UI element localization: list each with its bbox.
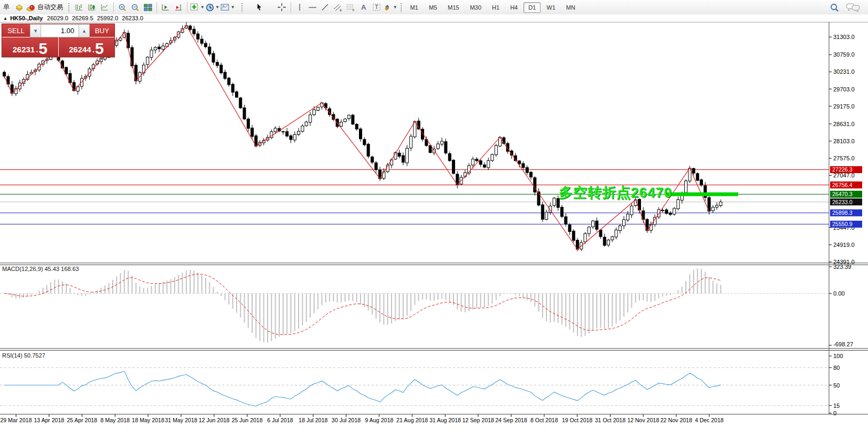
svg-text:9 Aug 2018: 9 Aug 2018: [365, 417, 393, 423]
timeframe-button-M1[interactable]: M1: [405, 2, 423, 13]
one-click-trading-panel: SELL ▼ 1.00 ▲ BUY 26231.5 26244.5: [2, 24, 115, 57]
timeframe-button-H4[interactable]: H4: [505, 2, 522, 13]
svg-text:12 Sep 2018: 12 Sep 2018: [462, 417, 494, 423]
sell-price[interactable]: 26231.5: [2, 37, 59, 57]
svg-text:F: F: [353, 9, 355, 12]
periods-button[interactable]: ▼: [206, 2, 220, 13]
orders-icon[interactable]: [13, 2, 25, 13]
timeframe-button-MN[interactable]: MN: [561, 2, 580, 13]
cursor-icon[interactable]: [253, 2, 265, 13]
chart-canvas[interactable]: 31831.031303.030759.030231.029703.029175…: [0, 14, 868, 434]
svg-text:25550.9: 25550.9: [832, 221, 853, 227]
svg-text:30231.0: 30231.0: [833, 68, 855, 75]
svg-text:25 Apr 2018: 25 Apr 2018: [67, 417, 97, 423]
svg-text:24 Sep 2018: 24 Sep 2018: [495, 417, 527, 423]
svg-text:26470.3: 26470.3: [832, 191, 853, 197]
timeframe-button-W1[interactable]: W1: [542, 2, 560, 13]
line-chart-icon[interactable]: [99, 2, 111, 13]
svg-text:26233.0: 26233.0: [832, 199, 853, 205]
svg-text:30 Jul 2018: 30 Jul 2018: [332, 417, 361, 423]
svg-text:50: 50: [833, 382, 840, 389]
svg-text:31 Aug 2018: 31 Aug 2018: [429, 417, 461, 423]
indicators-caret[interactable]: ▼: [200, 5, 205, 10]
chart-symbol-period: HK50-,Daily: [10, 15, 43, 21]
timeframe-button-H1[interactable]: H1: [487, 2, 504, 13]
ohlc-close: 26233.0: [122, 15, 143, 21]
channel-icon[interactable]: E: [332, 2, 344, 13]
svg-text:8 Oct 2018: 8 Oct 2018: [530, 417, 558, 423]
timeframe-button-M5[interactable]: M5: [424, 2, 442, 13]
svg-text:13 Apr 2018: 13 Apr 2018: [34, 417, 64, 423]
fibonacci-icon[interactable]: F: [345, 2, 357, 13]
timeframe-button-D1[interactable]: D1: [523, 2, 541, 13]
autotrading-label: 自动交易: [37, 3, 63, 12]
svg-text:25 Jun 2018: 25 Jun 2018: [232, 417, 263, 423]
svg-text:-698.27: -698.27: [833, 341, 853, 347]
toolbar-grip[interactable]: [241, 3, 244, 12]
zoom-out-icon[interactable]: [129, 2, 141, 13]
text-icon[interactable]: A: [358, 2, 370, 13]
svg-text:26756.4: 26756.4: [832, 182, 853, 188]
svg-text:27226.3: 27226.3: [832, 166, 853, 173]
vertical-line-icon[interactable]: [294, 2, 306, 13]
chat-icon[interactable]: [846, 2, 860, 13]
svg-text:12 Jun 2018: 12 Jun 2018: [199, 417, 230, 423]
timeframe-button-M30[interactable]: M30: [465, 2, 486, 13]
auto-scroll-icon[interactable]: [173, 2, 184, 13]
arrows-caret[interactable]: ▼: [393, 5, 397, 10]
sell-price-pip: 5: [38, 42, 48, 56]
svg-text:28103.0: 28103.0: [833, 138, 855, 144]
ohlc-high: 26269.5: [72, 15, 93, 21]
buy-button[interactable]: BUY: [90, 24, 114, 37]
pivot-highlight-line[interactable]: [665, 192, 738, 196]
crosshair-icon[interactable]: [276, 2, 288, 13]
timeframe-button-M15[interactable]: M15: [443, 2, 464, 13]
svg-text:27047.0: 27047.0: [833, 172, 855, 179]
templates-caret[interactable]: ▼: [231, 5, 235, 10]
svg-text:T: T: [375, 4, 378, 10]
svg-text:29703.0: 29703.0: [833, 86, 855, 92]
toolbar-grip[interactable]: [400, 3, 403, 12]
volume-increase-button[interactable]: ▲: [79, 24, 90, 37]
collapse-icon[interactable]: ▲: [3, 16, 7, 21]
text-label-icon[interactable]: T: [371, 2, 382, 13]
volume-decrease-button[interactable]: ▼: [30, 24, 41, 37]
svg-text:323.39: 323.39: [833, 264, 851, 270]
svg-text:4 Dec 2018: 4 Dec 2018: [695, 417, 724, 423]
svg-text:31 Oct 2018: 31 Oct 2018: [595, 417, 625, 423]
rsi-indicator-label: RSI(14) 50.7527: [2, 352, 45, 359]
svg-text:15: 15: [833, 402, 840, 409]
periods-caret[interactable]: ▼: [215, 5, 220, 10]
templates-button[interactable]: ▼: [221, 2, 235, 13]
search-icon[interactable]: [828, 2, 840, 13]
toolbar-grip[interactable]: [68, 3, 71, 12]
svg-text:25898.3: 25898.3: [832, 210, 853, 216]
arrows-icon[interactable]: ▼: [384, 2, 397, 13]
svg-text:27575.0: 27575.0: [833, 155, 855, 161]
bar-chart-icon[interactable]: [73, 2, 85, 13]
svg-text:12 Nov 2018: 12 Nov 2018: [627, 417, 659, 423]
svg-text:31 May 2018: 31 May 2018: [165, 417, 198, 423]
chart-window[interactable]: ▲ HK50-,Daily 26029.0 26269.5 25992.0 26…: [0, 14, 868, 434]
buy-price-dot: .: [92, 45, 95, 53]
chart-shift-icon[interactable]: [160, 2, 171, 13]
svg-text:22 Nov 2018: 22 Nov 2018: [660, 417, 692, 423]
zoom-in-icon[interactable]: [116, 2, 128, 13]
autotrading-button[interactable]: 自动交易: [26, 2, 63, 13]
volume-input[interactable]: 1.00: [41, 24, 79, 37]
new-order-button[interactable]: 单: [1, 2, 12, 13]
indicators-button[interactable]: ▼: [190, 2, 205, 13]
trendline-icon[interactable]: [319, 2, 331, 13]
main-toolbar: 单 自动交易 ▼: [0, 0, 868, 15]
svg-text:21 Aug 2018: 21 Aug 2018: [396, 417, 428, 423]
chart-title-row: ▲ HK50-,Daily 26029.0 26269.5 25992.0 26…: [0, 14, 868, 22]
tile-windows-icon[interactable]: [142, 2, 154, 13]
svg-text:18 Jul 2018: 18 Jul 2018: [299, 417, 327, 423]
svg-text:18 May 2018: 18 May 2018: [132, 417, 165, 423]
svg-text:29 Mar 2018: 29 Mar 2018: [1, 417, 32, 423]
svg-text:8 May 2018: 8 May 2018: [100, 417, 130, 423]
buy-price[interactable]: 26244.5: [59, 37, 115, 57]
candlestick-icon[interactable]: [86, 2, 98, 13]
sell-button[interactable]: SELL: [2, 24, 30, 37]
horizontal-line-icon[interactable]: [307, 2, 318, 13]
